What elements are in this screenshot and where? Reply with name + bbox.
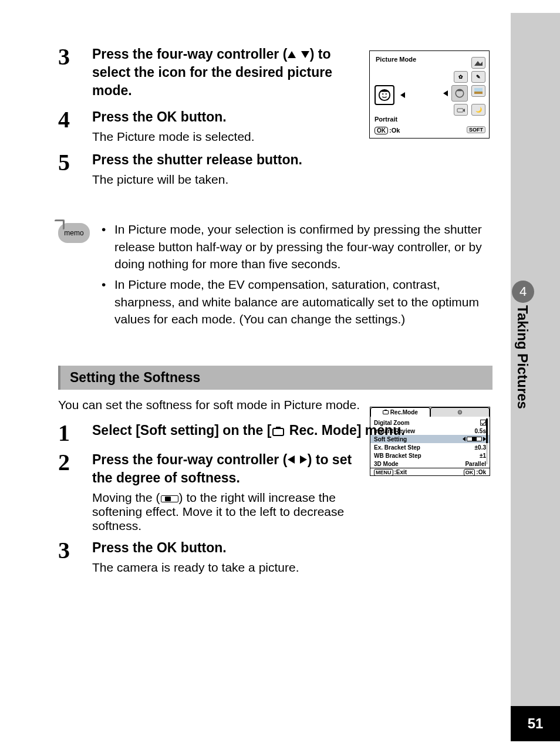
chapter-title: Taking Pictures: [514, 305, 531, 409]
step-subtext: The camera is ready to take a picture.: [92, 560, 492, 575]
section-heading: Setting the Softness: [58, 366, 492, 390]
page-number: 51: [511, 706, 560, 741]
camera-icon: [272, 428, 284, 436]
step-subtext: Moving the () to the right will increase…: [92, 491, 368, 533]
step-b2: 2 Press the four-way controller ( ) to s…: [58, 451, 492, 533]
arrow-down-icon: [301, 51, 309, 58]
step-subtext: The Picture mode is selected.: [92, 130, 492, 144]
memo-list: •In Picture mode, your selection is conf…: [102, 221, 492, 331]
text: Rec. Mode] menu.: [285, 423, 404, 438]
step-4: 4 Press the OK button. The Picture mode …: [58, 108, 492, 144]
step-number: 4: [58, 108, 92, 144]
arrow-left-icon: [288, 455, 295, 464]
sidebar-tab: 4 Taking Pictures 51: [511, 13, 560, 741]
step-b1: 1 Select [Soft setting] on the [ Rec. Mo…: [58, 421, 492, 445]
text: Press the four-way controller (: [92, 452, 287, 467]
memo-icon-wrap: memo: [58, 221, 102, 331]
step-number: 3: [58, 539, 92, 575]
arrow-up-icon: [288, 51, 296, 58]
step-number: 3: [58, 45, 92, 100]
step-heading: Press the OK button.: [92, 108, 492, 126]
chapter-number-badge: 4: [512, 281, 534, 303]
slider-icon: [161, 495, 178, 502]
memo-text: In Picture mode, the EV compensation, sa…: [114, 276, 492, 327]
memo-icon: memo: [58, 223, 90, 243]
step-heading: Press the four-way controller ( ) to sel…: [92, 45, 368, 100]
step-heading: Press the four-way controller ( ) to set…: [92, 451, 368, 487]
memo-text: In Picture mode, your selection is confi…: [114, 221, 492, 272]
text: Press the four-way controller (: [92, 46, 287, 62]
step-number: 1: [58, 421, 92, 445]
memo-bullet: •In Picture mode, your selection is conf…: [102, 221, 492, 272]
text: Select [Soft setting] on the [: [92, 423, 271, 438]
step-heading: Press the OK button.: [92, 539, 492, 557]
arrow-right-icon: [300, 455, 307, 464]
step-b3: 3 Press the OK button. The camera is rea…: [58, 539, 492, 575]
step-number: 2: [58, 451, 92, 533]
page: 4 Taking Pictures 51 Picture Mode ✿✎ 🌙 S…: [0, 0, 560, 753]
content: 3 Press the four-way controller ( ) to s…: [58, 45, 492, 576]
section-intro: You can set the softness for soft mode i…: [58, 398, 492, 412]
step-3: 3 Press the four-way controller ( ) to s…: [58, 45, 492, 100]
step-number: 5: [58, 151, 92, 187]
step-heading: Press the shutter release button.: [92, 151, 492, 169]
step-subtext: The picture will be taken.: [92, 173, 492, 187]
text: Moving the (: [92, 491, 160, 504]
step-heading: Select [Soft setting] on the [ Rec. Mode…: [92, 421, 492, 440]
memo-block: memo •In Picture mode, your selection is…: [58, 221, 492, 331]
step-5: 5 Press the shutter release button. The …: [58, 151, 492, 187]
memo-bullet: •In Picture mode, the EV compensation, s…: [102, 276, 492, 327]
